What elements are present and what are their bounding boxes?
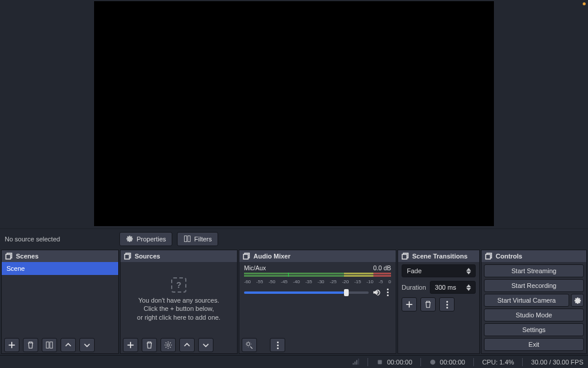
dock-popout-icon (485, 253, 492, 260)
add-transition-button[interactable] (402, 297, 417, 311)
audio-meter (244, 273, 391, 279)
svg-rect-2 (6, 254, 11, 259)
audio-mixer-dock: Audio Mixer Mic/Aux 0.0 dB -60-55-50-45-… (239, 250, 396, 354)
move-source-up-button[interactable] (179, 338, 195, 352)
studio-mode-button[interactable]: Studio Mode (484, 309, 584, 321)
duration-input[interactable]: 300 ms (430, 281, 476, 294)
svg-rect-5 (125, 254, 129, 259)
svg-rect-3 (46, 342, 49, 349)
fps-status: 30.00 / 30.00 FPS (531, 359, 583, 366)
start-streaming-button[interactable]: Start Streaming (484, 264, 584, 277)
channel-db: 0.0 dB (373, 264, 391, 271)
audio-mixer-footer (239, 337, 396, 353)
scene-item[interactable]: Scene (2, 262, 118, 275)
rec-status: 00:00:00 (429, 359, 465, 366)
preview-canvas[interactable] (94, 1, 494, 226)
dock-popout-icon (124, 253, 131, 260)
svg-rect-12 (355, 362, 356, 364)
live-status: 00:00:00 (376, 359, 412, 366)
svg-rect-13 (356, 360, 358, 364)
controls-body: Start Streaming Start Recording Start Vi… (482, 262, 586, 353)
network-indicator (352, 359, 359, 366)
exit-button[interactable]: Exit (484, 338, 584, 351)
dock-popout-icon (5, 253, 12, 260)
dock-popout-icon (402, 253, 409, 260)
sources-list[interactable]: ? You don't have any sources. Click the … (121, 262, 237, 337)
start-virtual-camera-button[interactable]: Start Virtual Camera (484, 294, 569, 307)
gear-icon (126, 235, 133, 243)
channel-menu-button[interactable] (385, 289, 391, 296)
docks-row: Scenes Scene Sources ? You don't have an… (0, 248, 588, 355)
move-scene-up-button[interactable] (61, 338, 76, 352)
speaker-icon[interactable] (372, 288, 381, 297)
scene-filters-button[interactable] (42, 338, 57, 352)
mixer-settings-button[interactable] (242, 338, 257, 352)
sources-header[interactable]: Sources (121, 250, 237, 262)
filters-icon (183, 235, 191, 243)
add-source-button[interactable] (123, 338, 138, 352)
mixer-menu-button[interactable] (270, 338, 285, 352)
meter-scale: -60-55-50-45-40-35-30-25-20-15-10-50 (244, 279, 391, 284)
add-scene-button[interactable] (4, 338, 19, 352)
move-source-down-button[interactable] (198, 338, 213, 352)
svg-rect-11 (353, 363, 354, 364)
scene-transitions-body: Fade Duration 300 ms (398, 262, 479, 353)
sources-empty-state: ? You don't have any sources. Click the … (121, 262, 237, 337)
duration-label: Duration (402, 284, 426, 291)
scenes-header[interactable]: Scenes (2, 250, 118, 262)
svg-rect-0 (185, 236, 187, 242)
scenes-list[interactable]: Scene (2, 262, 118, 337)
svg-rect-4 (50, 342, 52, 349)
source-properties-button[interactable] (161, 338, 176, 352)
svg-rect-15 (378, 360, 382, 364)
svg-rect-1 (188, 236, 191, 242)
remove-transition-button[interactable] (420, 297, 436, 311)
controls-header[interactable]: Controls (482, 250, 586, 262)
signal-icon (352, 359, 359, 366)
sources-dock: Sources ? You don't have any sources. Cl… (120, 250, 238, 354)
status-bar: 00:00:00 00:00:00 CPU: 1.4% 30.00 / 30.0… (0, 355, 588, 368)
source-toolbar: No source selected Properties Filters (0, 228, 588, 248)
scene-transitions-dock: Scene Transitions Fade Duration 300 ms (397, 250, 480, 354)
preview-area (0, 0, 588, 228)
properties-button[interactable]: Properties (119, 232, 172, 246)
transition-select[interactable]: Fade (402, 264, 476, 277)
broadcast-icon (376, 359, 383, 366)
svg-rect-7 (243, 254, 248, 259)
scene-transitions-header[interactable]: Scene Transitions (398, 250, 479, 262)
transition-menu-button[interactable] (439, 297, 455, 311)
svg-point-6 (167, 344, 169, 346)
no-source-label: No source selected (5, 236, 60, 243)
volume-slider[interactable] (244, 291, 369, 294)
question-icon: ? (171, 277, 186, 293)
dock-popout-icon (243, 253, 250, 260)
record-icon (429, 359, 436, 366)
cpu-status: CPU: 1.4% (482, 359, 514, 366)
mixer-channel: Mic/Aux 0.0 dB -60-55-50-45-40-35-30-25-… (239, 262, 396, 297)
audio-mixer-header[interactable]: Audio Mixer (239, 250, 396, 262)
virtual-camera-settings-button[interactable] (571, 294, 584, 307)
remove-source-button[interactable] (142, 338, 157, 352)
channel-name: Mic/Aux (244, 264, 266, 271)
move-scene-down-button[interactable] (79, 338, 95, 352)
settings-button[interactable]: Settings (484, 323, 584, 336)
audio-mixer-body: Mic/Aux 0.0 dB -60-55-50-45-40-35-30-25-… (239, 262, 396, 337)
svg-point-16 (430, 359, 436, 364)
svg-rect-9 (402, 254, 407, 259)
svg-rect-10 (486, 254, 490, 259)
scenes-footer (2, 337, 118, 353)
scenes-dock: Scenes Scene (1, 250, 119, 354)
remove-scene-button[interactable] (23, 338, 38, 352)
notification-dot-icon (583, 2, 586, 5)
filters-button[interactable]: Filters (177, 232, 218, 246)
controls-dock: Controls Start Streaming Start Recording… (481, 250, 587, 354)
start-recording-button[interactable]: Start Recording (484, 279, 584, 292)
svg-point-8 (247, 343, 250, 346)
svg-rect-14 (358, 359, 359, 364)
sources-footer (121, 337, 237, 353)
